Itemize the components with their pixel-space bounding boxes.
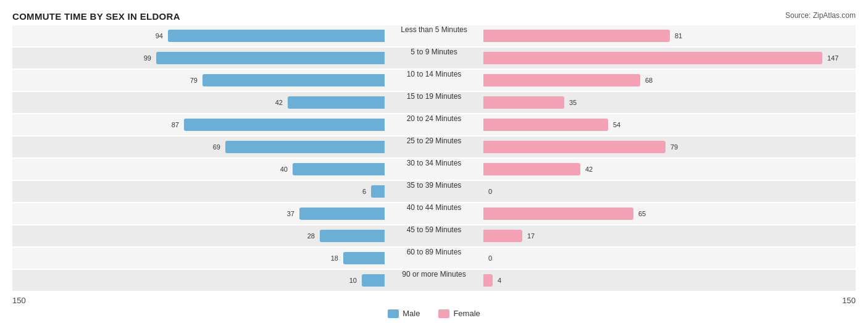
female-value: 65 xyxy=(638,210,646,217)
female-bar: 4 xyxy=(483,274,493,287)
male-value: 18 xyxy=(331,254,338,262)
male-value: 94 xyxy=(156,32,163,40)
male-value: 40 xyxy=(280,166,288,173)
table-row: 4030 to 34 Minutes42 xyxy=(12,159,856,180)
female-bar: 65 xyxy=(483,208,633,220)
legend: Male Female xyxy=(12,309,856,318)
male-section: 79 xyxy=(202,70,385,91)
female-label: Female xyxy=(453,309,480,318)
female-section: 79 xyxy=(483,136,666,157)
female-section: 147 xyxy=(483,48,822,69)
male-section: 42 xyxy=(288,92,385,113)
female-section: 35 xyxy=(483,92,564,113)
table-row: 4215 to 19 Minutes35 xyxy=(12,92,856,113)
female-section: 4 xyxy=(483,270,493,291)
female-value: 79 xyxy=(670,143,678,151)
male-section: 40 xyxy=(293,159,385,180)
row-label: 10 to 14 Minutes xyxy=(385,70,483,78)
male-bar: 69 xyxy=(225,141,385,153)
male-bar: 87 xyxy=(184,119,385,131)
male-value: 6 xyxy=(362,188,366,195)
male-bar: 6 xyxy=(371,185,385,198)
row-label: 40 to 44 Minutes xyxy=(385,203,483,212)
row-label: 20 to 24 Minutes xyxy=(385,114,483,123)
row-label: 15 to 19 Minutes xyxy=(385,92,483,101)
table-row: 635 to 39 Minutes0 xyxy=(12,181,856,202)
rows-area: 94Less than 5 Minutes81995 to 9 Minutes1… xyxy=(12,25,856,291)
source-label: Source: ZipAtlas.com xyxy=(785,11,856,20)
female-value: 42 xyxy=(585,166,593,173)
table-row: 2845 to 59 Minutes17 xyxy=(12,225,856,246)
row-label: 60 to 89 Minutes xyxy=(385,248,483,256)
female-bar: 42 xyxy=(483,163,580,175)
female-bar: 54 xyxy=(483,119,608,131)
female-value: 17 xyxy=(527,232,535,240)
male-section: 6 xyxy=(371,181,385,202)
male-section: 87 xyxy=(184,114,385,135)
male-value: 79 xyxy=(190,77,198,84)
axis-right: 150 xyxy=(842,296,856,305)
table-row: 8720 to 24 Minutes54 xyxy=(12,114,856,135)
table-row: 94Less than 5 Minutes81 xyxy=(12,25,856,46)
female-value: 147 xyxy=(827,54,838,62)
male-value: 87 xyxy=(172,121,179,128)
axis-left: 150 xyxy=(12,296,26,305)
female-bar: 68 xyxy=(483,74,640,86)
male-bar: 99 xyxy=(156,52,385,64)
male-value: 69 xyxy=(213,143,220,151)
female-section: 65 xyxy=(483,203,633,224)
male-bar: 42 xyxy=(288,96,385,109)
table-row: 1090 or more Minutes4 xyxy=(12,270,856,291)
row-label: 45 to 59 Minutes xyxy=(385,225,483,234)
male-section: 10 xyxy=(362,270,385,291)
table-row: 6925 to 29 Minutes79 xyxy=(12,136,856,157)
male-color-box xyxy=(388,309,399,318)
female-bar: 35 xyxy=(483,96,564,109)
row-label: 5 to 9 Minutes xyxy=(385,48,483,56)
female-value: 68 xyxy=(645,77,653,84)
female-value: 35 xyxy=(569,99,577,106)
female-section: 68 xyxy=(483,70,640,91)
row-label: 90 or more Minutes xyxy=(385,270,483,279)
table-row: 3740 to 44 Minutes65 xyxy=(12,203,856,224)
female-value: 0 xyxy=(488,254,492,262)
male-section: 18 xyxy=(343,248,385,269)
female-section: 42 xyxy=(483,159,580,180)
female-value: 54 xyxy=(613,121,620,128)
table-row: 7910 to 14 Minutes68 xyxy=(12,70,856,91)
female-bar: 79 xyxy=(483,141,666,153)
female-color-box xyxy=(438,309,449,318)
male-section: 94 xyxy=(168,25,385,46)
male-value: 99 xyxy=(144,54,151,62)
legend-female: Female xyxy=(438,309,480,318)
female-bar: 147 xyxy=(483,52,822,64)
male-value: 10 xyxy=(349,277,357,284)
male-bar: 18 xyxy=(343,252,385,264)
male-section: 99 xyxy=(156,48,385,69)
row-label: Less than 5 Minutes xyxy=(385,25,483,34)
table-row: 1860 to 89 Minutes0 xyxy=(12,248,856,269)
female-value: 4 xyxy=(498,277,501,284)
female-value: 81 xyxy=(675,32,682,40)
female-bar: 81 xyxy=(483,30,670,42)
axis-labels: 150 150 xyxy=(12,296,856,305)
male-section: 28 xyxy=(320,225,385,246)
legend-male: Male xyxy=(388,309,420,318)
female-section: 81 xyxy=(483,25,670,46)
female-section: 54 xyxy=(483,114,608,135)
male-bar: 40 xyxy=(293,163,385,175)
male-bar: 94 xyxy=(168,30,385,42)
row-label: 25 to 29 Minutes xyxy=(385,136,483,145)
male-value: 42 xyxy=(275,99,283,106)
table-row: 995 to 9 Minutes147 xyxy=(12,48,856,69)
chart-title: COMMUTE TIME BY SEX IN ELDORA xyxy=(12,11,856,22)
male-bar: 79 xyxy=(202,74,385,86)
male-value: 37 xyxy=(287,210,294,217)
male-bar: 10 xyxy=(362,274,385,287)
male-section: 37 xyxy=(299,203,385,224)
row-label: 35 to 39 Minutes xyxy=(385,181,483,190)
female-section: 17 xyxy=(483,225,522,246)
male-value: 28 xyxy=(307,232,315,240)
chart-container: COMMUTE TIME BY SEX IN ELDORA Source: Zi… xyxy=(0,0,868,323)
male-label: Male xyxy=(403,309,420,318)
